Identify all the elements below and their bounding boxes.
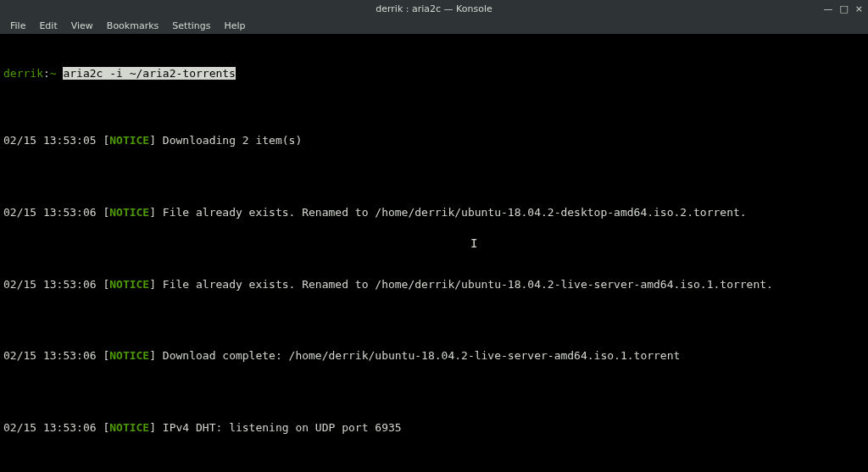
log-timestamp: 02/15 13:53:06 bbox=[3, 421, 97, 434]
log-tag: NOTICE bbox=[109, 421, 149, 434]
log-tag: NOTICE bbox=[109, 349, 149, 362]
menu-edit[interactable]: Edit bbox=[32, 19, 64, 33]
menu-file[interactable]: File bbox=[3, 19, 32, 33]
log-line: 02/15 13:53:06 [NOTICE] File already exi… bbox=[3, 277, 865, 292]
prompt-user: derrik bbox=[3, 67, 43, 80]
menu-bar: File Edit View Bookmarks Settings Help bbox=[0, 17, 868, 34]
log-tag: NOTICE bbox=[109, 206, 149, 219]
log-timestamp: 02/15 13:53:05 bbox=[3, 134, 97, 147]
log-line: 02/15 13:53:06 [NOTICE] Download complet… bbox=[3, 348, 865, 364]
window-controls: — □ × bbox=[823, 0, 863, 17]
prompt-line: derrik:~ aria2c -i ~/aria2-torrents bbox=[3, 66, 865, 81]
minimize-icon[interactable]: — bbox=[823, 4, 832, 14]
menu-help[interactable]: Help bbox=[217, 19, 252, 33]
log-line: 02/15 13:53:05 [NOTICE] Downloading 2 it… bbox=[3, 133, 865, 148]
window-titlebar: derrik : aria2c — Konsole — □ × bbox=[0, 0, 868, 17]
log-timestamp: 02/15 13:53:06 bbox=[3, 278, 97, 291]
menu-settings[interactable]: Settings bbox=[165, 19, 217, 33]
command-text: aria2c -i ~/aria2-torrents bbox=[63, 67, 236, 80]
log-tag: NOTICE bbox=[109, 278, 149, 291]
log-message: Download complete: /home/derrik/ubuntu-1… bbox=[163, 349, 680, 362]
window-title: derrik : aria2c — Konsole bbox=[376, 3, 492, 14]
log-line: 02/15 13:53:06 [NOTICE] File already exi… bbox=[3, 205, 865, 220]
text-cursor-icon: I bbox=[470, 237, 477, 249]
menu-view[interactable]: View bbox=[64, 19, 100, 33]
log-line: 02/15 13:53:06 [NOTICE] IPv4 DHT: listen… bbox=[3, 420, 865, 436]
log-message: File already exists. Renamed to /home/de… bbox=[163, 278, 773, 291]
log-message: IPv4 DHT: listening on UDP port 6935 bbox=[163, 421, 402, 434]
prompt-separator: : bbox=[43, 67, 50, 80]
prompt-path: ~ bbox=[50, 67, 57, 80]
log-message: Downloading 2 item(s) bbox=[163, 134, 302, 147]
terminal-viewport[interactable]: derrik:~ aria2c -i ~/aria2-torrents 02/1… bbox=[0, 34, 868, 472]
log-message: File already exists. Renamed to /home/de… bbox=[163, 206, 747, 219]
log-timestamp: 02/15 13:53:06 bbox=[3, 206, 97, 219]
log-timestamp: 02/15 13:53:06 bbox=[3, 349, 97, 362]
maximize-icon[interactable]: □ bbox=[839, 4, 848, 14]
close-icon[interactable]: × bbox=[855, 4, 863, 14]
log-tag: NOTICE bbox=[109, 134, 149, 147]
menu-bookmarks[interactable]: Bookmarks bbox=[100, 19, 165, 33]
